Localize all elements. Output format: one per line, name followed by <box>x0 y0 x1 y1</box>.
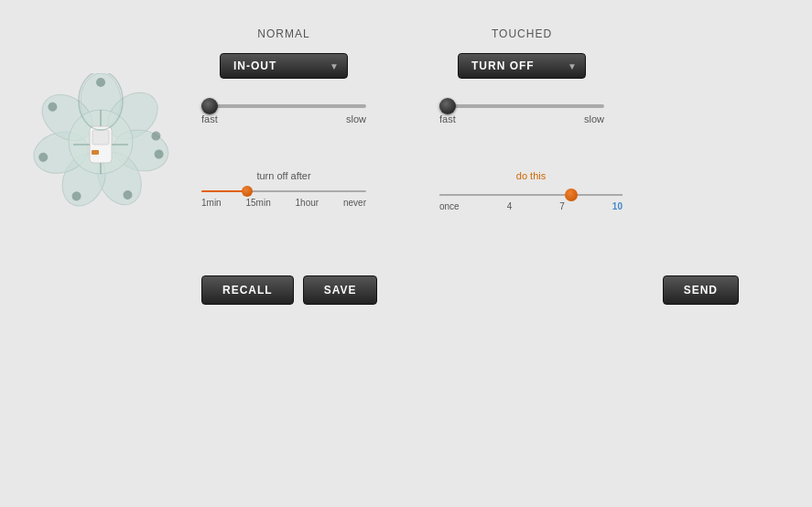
normal-label-slow: slow <box>346 113 366 124</box>
do-this-label: do this <box>516 170 546 181</box>
touched-title: TOUCHED <box>492 27 552 40</box>
do-this-7: 7 <box>559 201 565 211</box>
main-container: NORMAL IN-OUT IN OUT OFF fast slo <box>0 0 812 507</box>
do-this-10: 10 <box>612 201 623 211</box>
send-button[interactable]: SEND <box>663 275 739 305</box>
turn-off-15min: 15min <box>246 198 271 208</box>
controls-row: NORMAL IN-OUT IN OUT OFF fast slo <box>201 27 794 124</box>
turn-off-label: turn off after <box>256 170 310 181</box>
left-panel <box>18 27 183 210</box>
turn-off-track[interactable] <box>201 190 366 192</box>
do-this-section: do this once 4 7 10 <box>439 170 623 211</box>
btn-group-right: SEND <box>663 275 739 305</box>
do-this-once: once <box>439 201 460 211</box>
recall-button[interactable]: RECALL <box>201 275 294 305</box>
do-this-4: 4 <box>507 201 513 211</box>
touched-speed-slider: fast slow <box>439 97 604 124</box>
normal-title: NORMAL <box>257 27 309 40</box>
turn-off-never: never <box>343 198 366 208</box>
turn-off-1min: 1min <box>201 198 222 208</box>
save-button[interactable]: SAVE <box>303 275 378 305</box>
touched-label-fast: fast <box>439 113 456 124</box>
normal-label-fast: fast <box>201 113 218 124</box>
right-panel: NORMAL IN-OUT IN OUT OFF fast slo <box>183 27 794 305</box>
turn-off-step-labels: 1min 15min 1hour never <box>201 198 366 208</box>
touched-slider-labels: fast slow <box>439 113 604 124</box>
flower-device <box>32 73 169 210</box>
normal-slider-labels: fast slow <box>201 113 366 124</box>
normal-dropdown-wrapper[interactable]: IN-OUT IN OUT OFF <box>220 53 348 79</box>
touched-slider-track[interactable] <box>439 104 604 108</box>
turn-off-thumb[interactable] <box>242 186 253 197</box>
turn-off-1hour: 1hour <box>296 198 319 208</box>
turn-off-section: turn off after 1min 15min 1hour never <box>201 170 366 208</box>
normal-slider-thumb[interactable] <box>201 98 218 114</box>
btn-group-left: RECALL SAVE <box>201 275 377 305</box>
normal-column: NORMAL IN-OUT IN OUT OFF fast slo <box>201 27 366 124</box>
do-this-track[interactable] <box>439 194 623 196</box>
touched-dropdown[interactable]: TURN OFF IN-OUT IN OUT <box>458 53 586 79</box>
touched-label-slow: slow <box>584 113 604 124</box>
svg-rect-16 <box>92 130 109 145</box>
do-this-thumb[interactable] <box>565 189 578 201</box>
touched-slider-thumb[interactable] <box>439 98 456 114</box>
touched-dropdown-wrapper[interactable]: TURN OFF IN-OUT IN OUT <box>458 53 586 79</box>
do-this-step-labels: once 4 7 10 <box>439 201 623 211</box>
normal-slider-track[interactable] <box>201 104 366 108</box>
bottom-buttons: RECALL SAVE SEND <box>201 275 794 305</box>
svg-rect-17 <box>92 150 99 155</box>
second-controls-row: turn off after 1min 15min 1hour never do… <box>201 170 794 211</box>
normal-speed-slider: fast slow <box>201 97 366 124</box>
touched-column: TOUCHED TURN OFF IN-OUT IN OUT fast <box>439 27 604 124</box>
normal-dropdown[interactable]: IN-OUT IN OUT OFF <box>220 53 348 79</box>
svg-point-8 <box>96 78 105 87</box>
